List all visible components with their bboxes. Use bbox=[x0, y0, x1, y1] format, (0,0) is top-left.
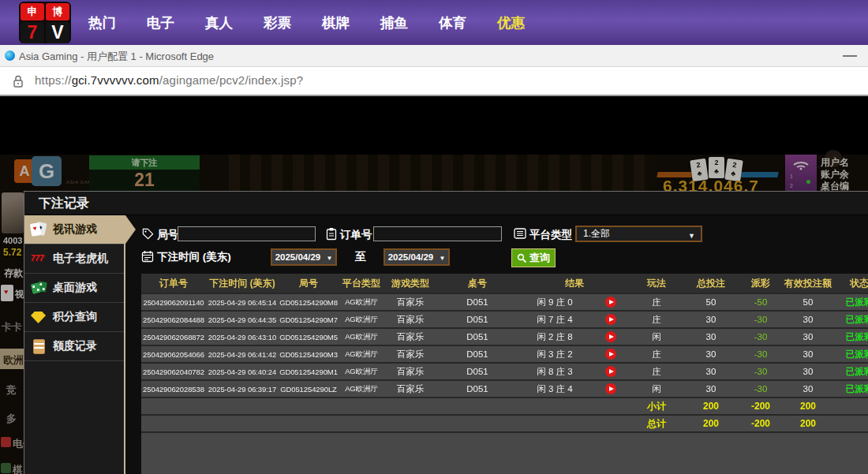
sidebar-item-video-games[interactable]: 视讯游戏 bbox=[24, 215, 124, 244]
search-button[interactable]: 查询 bbox=[511, 248, 556, 267]
cell-result: 闲 3 庄 4 bbox=[518, 383, 591, 395]
date-to-value: 2025/04/29 bbox=[388, 252, 434, 262]
col-time: 下注时间 (美东) bbox=[206, 277, 279, 290]
kaka-tab: 卡卡 bbox=[2, 320, 22, 334]
sidebar-label: 视讯游戏 bbox=[53, 222, 97, 237]
bet-prompt: 请下注 bbox=[89, 155, 200, 170]
url-path: /agingame/pcv2/index.jsp? bbox=[159, 73, 304, 87]
order-label: 订单号 bbox=[340, 228, 372, 242]
total-bet: 200 bbox=[683, 418, 739, 429]
nav-item-lottery[interactable]: 彩票 bbox=[264, 13, 291, 32]
cell-platform: AG欧洲厅 bbox=[339, 367, 384, 377]
nav-item-sports[interactable]: 体育 bbox=[439, 13, 466, 32]
cell-payout: -30 bbox=[739, 332, 782, 342]
board-tab-icon bbox=[1, 463, 11, 473]
sidebar-label: 积分查询 bbox=[53, 310, 97, 324]
cell-table: D051 bbox=[436, 315, 518, 324]
date-to-picker[interactable]: 2025/04/29 bbox=[383, 248, 450, 266]
address-bar[interactable]: https://gci.7vvvvvv.com/agingame/pcv2/in… bbox=[0, 67, 868, 96]
nav-item-live[interactable]: 真人 bbox=[205, 13, 233, 32]
cell-valid: 30 bbox=[782, 315, 834, 324]
cell-bet: 30 bbox=[683, 384, 739, 394]
sidebar-item-points-query[interactable]: 积分查询 bbox=[24, 303, 124, 332]
page-black-area bbox=[0, 96, 868, 155]
replay-button[interactable] bbox=[605, 331, 616, 342]
replay-button[interactable] bbox=[605, 297, 616, 308]
nav-item-promo[interactable]: 优惠 bbox=[497, 13, 525, 32]
cell-time: 2025-04-29 06:45:14 bbox=[206, 298, 279, 307]
cell-payout: -30 bbox=[739, 349, 782, 359]
list-icon bbox=[514, 228, 526, 239]
video-tab-label: 视 bbox=[15, 288, 24, 301]
col-platform: 平台类型 bbox=[339, 277, 384, 290]
nav-item-fishing[interactable]: 捕鱼 bbox=[380, 13, 408, 32]
sidebar-item-quota-records[interactable]: 额度记录 bbox=[24, 332, 124, 361]
cell-table: D051 bbox=[436, 384, 518, 394]
board-tab-label: 棋 bbox=[13, 463, 23, 474]
nav-item-hot[interactable]: 热门 bbox=[88, 13, 116, 32]
cell-payout: -50 bbox=[739, 297, 782, 307]
cell-bet: 50 bbox=[683, 297, 739, 307]
ag-logo-g: G bbox=[32, 156, 62, 186]
cell-order: 250429062084488 bbox=[141, 315, 206, 324]
site-logo[interactable]: 申 博 7 V bbox=[19, 2, 71, 43]
cell-round: GD051254290M5 bbox=[279, 333, 339, 342]
order-input[interactable] bbox=[373, 226, 502, 241]
cell-table: D051 bbox=[436, 367, 518, 376]
cell-platform: AG欧洲厅 bbox=[339, 384, 384, 394]
sidebar-item-table-games[interactable]: 桌面游戏 bbox=[24, 274, 124, 303]
platform-type-select[interactable]: 1.全部 bbox=[575, 226, 702, 242]
url-domain: gci.7vvvvvv.com bbox=[72, 73, 159, 87]
nav-item-slots[interactable]: 电子 bbox=[147, 13, 174, 32]
nav-item-board[interactable]: 棋牌 bbox=[322, 13, 350, 32]
video-tab-icon bbox=[1, 285, 13, 301]
logo-shen: 申 bbox=[21, 3, 44, 21]
table-status-panel: 1 2 bbox=[785, 155, 817, 191]
total-valid: 200 bbox=[782, 418, 834, 429]
table-row: 250429062040782 2025-04-29 06:40:24 GD05… bbox=[141, 362, 868, 379]
browser-title-bar: Asia Gaming - 用户配置 1 - Microsoft Edge bbox=[0, 45, 868, 67]
bet-records-table: 订单号 下注时间 (美东) 局号 平台类型 游戏类型 桌号 结果 玩法 总投注 … bbox=[141, 274, 868, 474]
card-2-clubs: 2♣ bbox=[709, 157, 724, 178]
cell-order: 250429062068872 bbox=[141, 333, 206, 342]
cell-game: 百家乐 bbox=[384, 314, 436, 326]
replay-button[interactable] bbox=[605, 383, 616, 394]
countdown-number: 21 bbox=[89, 170, 200, 191]
cell-payout: -30 bbox=[739, 315, 782, 324]
round-input[interactable] bbox=[178, 226, 316, 241]
round-label: 局号 bbox=[157, 228, 178, 242]
cell-bet: 30 bbox=[683, 315, 739, 324]
col-status: 状态 bbox=[834, 277, 868, 290]
replay-button[interactable] bbox=[605, 314, 616, 325]
cell-play: 闲 bbox=[630, 331, 683, 343]
cell-result: 闲 2 庄 8 bbox=[518, 331, 591, 343]
sidebar-item-slot-machines[interactable]: 电子老虎机 bbox=[24, 244, 124, 274]
cell-round: GD051254290M8 bbox=[279, 298, 339, 307]
replay-button[interactable] bbox=[605, 366, 616, 377]
cell-platform: AG欧洲厅 bbox=[339, 349, 384, 360]
cell-game: 百家乐 bbox=[384, 349, 436, 360]
subtotal-bet: 200 bbox=[683, 401, 739, 412]
lock-icon[interactable] bbox=[12, 74, 24, 88]
cell-table: D051 bbox=[436, 332, 518, 342]
cell-result: 闲 3 庄 2 bbox=[518, 349, 591, 360]
logo-bo: 博 bbox=[46, 3, 69, 21]
user-info-labels: 用户名 账户余 桌台编 bbox=[821, 157, 868, 192]
cell-result: 闲 8 庄 3 bbox=[518, 366, 591, 378]
cell-result: 闲 7 庄 4 bbox=[518, 314, 591, 326]
cell-time: 2025-04-29 06:39:17 bbox=[206, 385, 279, 394]
window-title: Asia Gaming - 用户配置 1 - Microsoft Edge bbox=[19, 50, 214, 64]
modal-title: 下注记录 bbox=[24, 192, 868, 215]
replay-button[interactable] bbox=[605, 349, 616, 360]
col-payout: 派彩 bbox=[739, 277, 782, 290]
cell-round: GD051254290M7 bbox=[279, 315, 339, 324]
slot-tab-icon bbox=[1, 437, 11, 447]
nav-menu: 热门 电子 真人 彩票 棋牌 捕鱼 体育 优惠 bbox=[88, 0, 525, 45]
cell-play: 庄 bbox=[630, 349, 683, 360]
col-order: 订单号 bbox=[141, 277, 206, 290]
date-from-picker[interactable]: 2025/04/29 bbox=[271, 248, 337, 266]
cell-order: 250429062028538 bbox=[141, 385, 206, 394]
cell-time: 2025-04-29 06:41:42 bbox=[206, 350, 279, 359]
minimize-button[interactable] bbox=[843, 55, 857, 57]
modal-content: 局号 订单号 平台类型 1.全部 下注时间 (美东) 2025/04/29 bbox=[127, 215, 868, 474]
